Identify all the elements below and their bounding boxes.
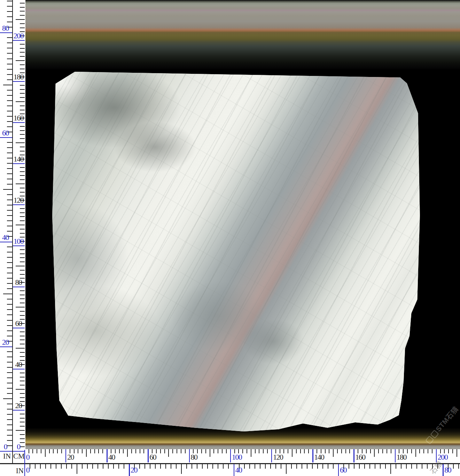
bottom-cm-ruler-tick — [366, 449, 367, 453]
bottom-in-ruler-tick — [113, 464, 114, 469]
bottom-cm-ruler-tick — [242, 449, 243, 453]
vertical-cm-ruler-tick — [20, 233, 25, 234]
vertical-cm-ruler-tick — [20, 56, 25, 57]
bottom-in-ruler-tick — [291, 464, 292, 469]
bottom-cm-ruler-tick — [457, 449, 457, 457]
bottom-cm-ruler-label: 80 — [191, 453, 197, 461]
bottom-cm-ruler-tick — [164, 449, 165, 453]
vertical-in-ruler-label: 60 — [0, 129, 11, 137]
vertical-cm-ruler-tick — [20, 381, 25, 381]
vertical-in-major-line — [0, 451, 13, 452]
vertical-cm-ruler-label: 40 — [13, 360, 24, 369]
bottom-cm-ruler-tick — [419, 449, 420, 453]
bottom-cm-ruler-tick — [411, 449, 412, 453]
vertical-cm-ruler-tick — [20, 134, 25, 135]
vertical-cm-ruler-tick — [20, 434, 25, 435]
bottom-in-ruler-tick — [103, 464, 103, 469]
bottom-in-ruler-tick — [453, 464, 454, 469]
bottom-in-ruler-tick — [186, 464, 187, 469]
vertical-cm-ruler-tick — [20, 11, 25, 11]
bottom-in-ruler-tick — [181, 464, 182, 474]
bottom-cm-major-line — [312, 449, 313, 462]
vertical-cm-ruler-tick — [20, 298, 25, 299]
bottom-cm-ruler-tick — [296, 449, 297, 453]
bottom-in-ruler-tick — [416, 464, 417, 469]
bottom-in-ruler-tick — [30, 464, 30, 469]
bottom-in-ruler-tick — [270, 464, 271, 469]
bottom-cm-ruler-tick — [41, 449, 41, 453]
bottom-cm-ruler-tick — [308, 449, 309, 453]
bottom-cm-ruler-tick — [205, 449, 206, 453]
vertical-cm-ruler-tick — [16, 348, 25, 349]
bottom-in-ruler-label: 40 — [235, 466, 242, 474]
bottom-in-ruler-tick — [165, 464, 166, 469]
bottom-in-ruler-tick — [281, 464, 281, 469]
vertical-cm-major-line — [13, 40, 25, 41]
vertical-in-ruler-tick — [3, 85, 13, 85]
vertical-cm-major-line — [13, 410, 25, 411]
bottom-in-ruler-tick — [249, 464, 250, 469]
bottom-in-ruler-tick — [458, 464, 459, 469]
vertical-cm-ruler-tick — [16, 430, 25, 431]
bottom-in-ruler-tick — [155, 464, 156, 469]
vertical-cm-ruler-tick — [20, 167, 25, 168]
vertical-cm-ruler-tick — [20, 138, 25, 139]
bottom-cm-ruler-tick — [259, 449, 259, 453]
vertical-cm-ruler-tick — [20, 303, 25, 303]
vertical-cm-ruler-tick — [20, 192, 25, 193]
bottom-in-ruler-tick — [87, 464, 88, 469]
vertical-cm-ruler-tick — [20, 188, 25, 188]
bottom-in-ruler-tick — [244, 464, 245, 469]
bottom-in-ruler-tick — [223, 464, 224, 469]
bottom-cm-ruler-tick — [292, 449, 293, 457]
ruler-column-divider — [12, 0, 13, 463]
bottom-cm-ruler-tick — [255, 449, 256, 453]
bottom-in-ruler-label: 60 — [340, 466, 346, 474]
bottom-in-ruler-tick — [40, 464, 41, 469]
bottom-cm-ruler-label: 140 — [314, 453, 324, 461]
bottom-in-ruler-label: 0 — [26, 466, 30, 474]
vertical-in-major-line — [0, 346, 13, 347]
vertical-cm-ruler-label: 100 — [13, 237, 24, 245]
vertical-cm-ruler-tick — [16, 60, 25, 61]
vertical-cm-ruler-tick — [20, 315, 25, 316]
vertical-cm-ruler-tick — [20, 52, 25, 53]
bottom-in-ruler-tick — [124, 464, 124, 469]
vertical-cm-ruler-tick — [16, 225, 25, 225]
bottom-in-ruler-tick — [422, 464, 422, 469]
bottom-cm-ruler-tick — [90, 449, 91, 453]
vertical-cm-unit-label: CM — [13, 452, 24, 461]
bottom-cm-ruler-label: 20 — [67, 453, 74, 461]
bottom-in-ruler-tick — [35, 464, 36, 469]
vertical-cm-ruler-tick — [20, 175, 25, 176]
vertical-cm-ruler-label: 180 — [13, 73, 24, 81]
bottom-in-ruler-tick — [275, 464, 276, 469]
bottom-in-ruler-tick — [265, 464, 266, 469]
vertical-cm-ruler-tick — [20, 97, 25, 98]
vertical-cm-major-line — [13, 81, 25, 82]
bottom-cm-ruler-tick — [428, 449, 428, 453]
vertical-cm-ruler-tick — [20, 253, 25, 254]
bottom-cm-major-line — [148, 449, 149, 462]
bottom-cm-ruler-tick — [57, 449, 58, 453]
bottom-in-ruler-tick — [61, 464, 62, 469]
bottom-in-ruler-tick — [197, 464, 197, 469]
bottom-in-ruler-tick — [150, 464, 150, 469]
bottom-cm-ruler-tick — [300, 449, 301, 453]
bottom-cm-ruler-tick — [263, 449, 264, 453]
bottom-in-ruler-tick — [176, 464, 177, 469]
bottom-cm-ruler-tick — [423, 449, 424, 453]
bottom-cm-ruler-tick — [349, 449, 350, 453]
bottom-cm-ruler-tick — [337, 449, 338, 453]
vertical-in-ruler-tick — [3, 398, 13, 399]
bottom-cm-ruler-label: 60 — [149, 453, 156, 461]
bottom-cm-ruler-tick — [218, 449, 218, 453]
bottom-in-ruler-tick — [385, 464, 386, 469]
bottom-in-ruler-tick — [333, 464, 334, 469]
vertical-cm-ruler-tick — [20, 106, 25, 106]
bottom-in-ruler-tick — [396, 464, 396, 469]
bottom-cm-ruler-tick — [415, 449, 416, 457]
bottom-cm-ruler-tick — [432, 449, 432, 453]
vertical-cm-ruler-tick — [20, 249, 25, 250]
vertical-cm-major-line — [13, 369, 25, 369]
